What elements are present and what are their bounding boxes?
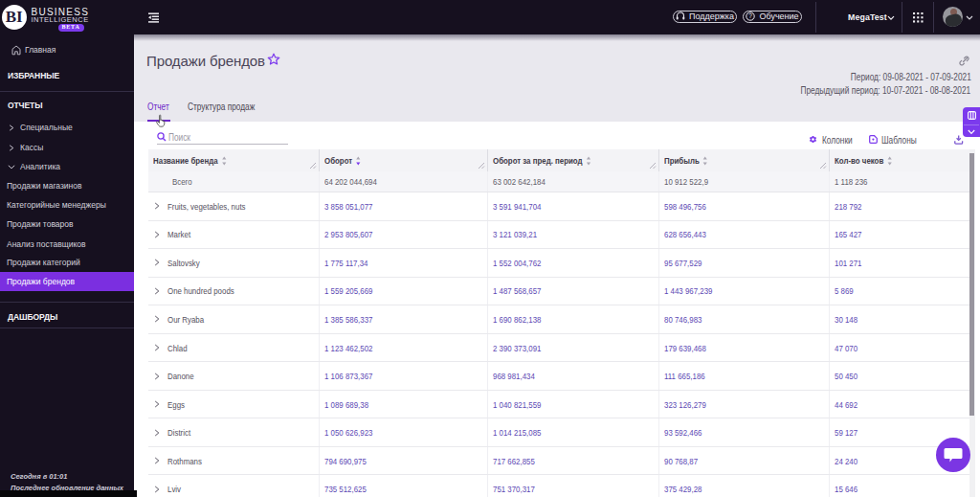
svg-text:?: ? [749,13,753,20]
